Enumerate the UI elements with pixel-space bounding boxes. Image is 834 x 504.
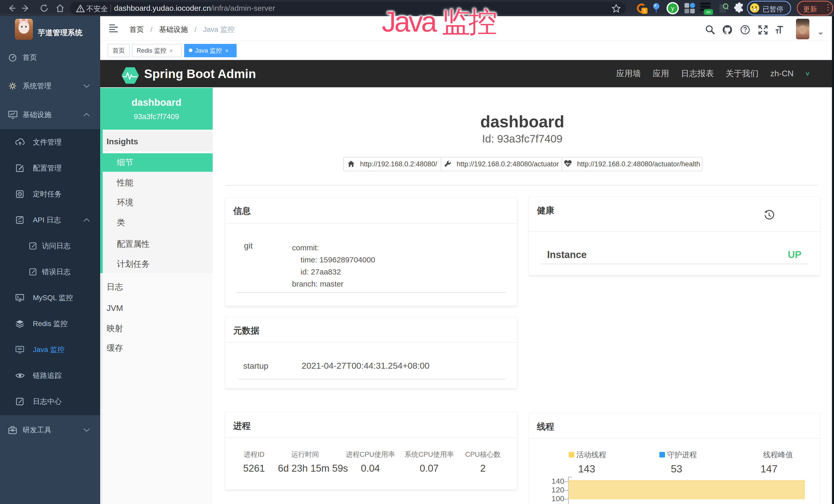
svg-text:on: on	[706, 10, 711, 14]
svg-text:y: y	[671, 5, 674, 12]
svg-text:1: 1	[643, 8, 646, 13]
